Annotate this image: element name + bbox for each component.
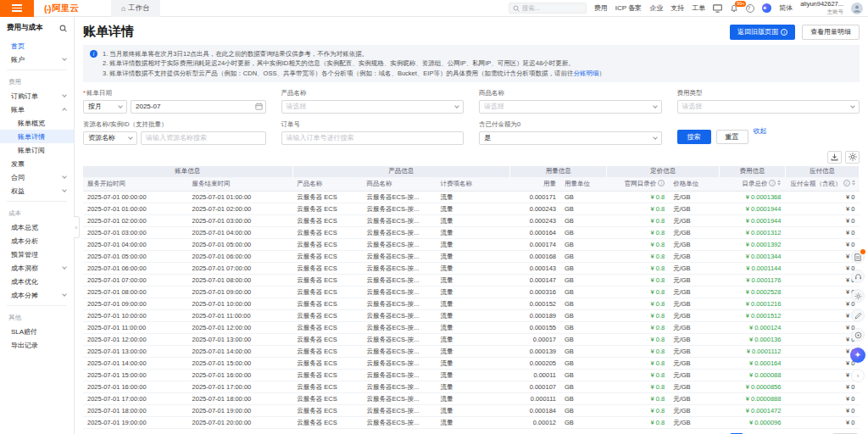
menu-item-enterprise[interactable]: 企业 (649, 3, 663, 13)
account-info[interactable]: aliyun942627... 主账号 (800, 1, 843, 14)
menu-item-fee[interactable]: 费用 (594, 3, 608, 13)
sidebar-item[interactable]: 导出记录 (0, 338, 74, 352)
table-cell: GB (560, 251, 607, 263)
sidebar-item[interactable]: 账单 (0, 103, 74, 116)
bill-date-input[interactable] (131, 100, 266, 114)
table-cell: 2025-07-01 16:00:00 (188, 370, 293, 381)
sidebar-section-label: 其他 (0, 309, 74, 325)
sidebar-item[interactable]: 成本总览 (0, 220, 74, 234)
sidebar-item[interactable]: 预算管理 (0, 248, 74, 261)
column-header[interactable]: 目录总价i (720, 177, 786, 192)
info-icon: i (658, 180, 665, 186)
menu-item-ticket[interactable]: 工单 (692, 3, 705, 13)
table-cell: 0.000243 (509, 215, 560, 227)
column-settings-button[interactable] (845, 151, 860, 164)
collapse-filters-link[interactable]: 收起 (754, 126, 767, 136)
sidebar-item[interactable]: 成本优化 (0, 275, 74, 288)
menu-item-icp[interactable]: ICP 备案 (615, 3, 642, 13)
table-cell: ¥ 0 (785, 287, 859, 298)
table-cell: 云服务器 ECS (292, 215, 362, 227)
ai-assistant-float-icon[interactable]: ✦ (850, 348, 865, 363)
table-cell: 云服务器ECS-按... (363, 417, 437, 429)
export-download-button[interactable] (827, 151, 842, 164)
table-cell: 2025-07-01 20:00:00 (188, 417, 293, 429)
table-cell: 2025-07-01 15:00:00 (188, 358, 293, 370)
resource-mode-select[interactable]: 资源名称 (83, 131, 137, 145)
order-number-input[interactable] (281, 131, 465, 145)
table-row: 2025-07-01 01:00:002025-07-01 02:00:00云服… (83, 203, 860, 215)
commodity-name-select[interactable]: 请选择 (479, 100, 662, 114)
notification-bell-icon[interactable]: 99+ (730, 4, 738, 13)
table-cell: 2025-07-01 03:00:00 (188, 215, 293, 227)
table-cell: GB (560, 275, 607, 287)
global-search-input[interactable]: 搜索... (509, 3, 587, 14)
table-cell: 云服务器ECS-按... (363, 334, 437, 346)
column-group-header: 费用信息 (720, 166, 786, 177)
language-switch[interactable]: 简体 (779, 3, 793, 13)
aliyun-logo[interactable]: (-) 阿里云 (44, 3, 79, 14)
feedback-pencil-icon[interactable] (851, 309, 865, 322)
avatar[interactable] (851, 3, 863, 14)
table-cell: GB (560, 239, 607, 251)
sidebar-item[interactable]: 权益 (0, 184, 74, 198)
console-icon[interactable] (713, 4, 722, 13)
sidebar-item[interactable]: 成本洞察 (0, 261, 74, 275)
sidebar-item[interactable]: 账单详情 (0, 130, 74, 143)
sidebar-item[interactable]: 成本分析 (0, 234, 74, 248)
hamburger-menu-icon[interactable] (0, 0, 34, 17)
search-button[interactable]: 搜索 (677, 130, 711, 144)
info-icon: i (843, 180, 850, 186)
view-usage-detail-button[interactable]: 查看用量明细 (802, 25, 860, 40)
sidebar-item[interactable]: 成本分摊 (0, 288, 74, 302)
table-cell: 云服务器 ECS (292, 239, 362, 251)
sidebar-item[interactable]: 账单订阅 (0, 143, 74, 157)
back-to-old-version-button[interactable]: 返回旧版页面i (730, 25, 795, 40)
table-group-row: 账单信息产品信息用量信息定价信息费用信息应付信息 (83, 166, 860, 177)
sidebar-search-icon[interactable] (59, 25, 67, 32)
table-cell: ¥ 0.0001944 (720, 215, 786, 227)
table-cell: ¥ 0.8 (607, 239, 669, 251)
docs-icon[interactable] (851, 250, 865, 264)
sort-icon[interactable] (852, 180, 855, 186)
table-cell: ¥ 0.0001512 (720, 310, 786, 322)
table-cell: 元/GB (669, 405, 720, 417)
bill-date-mode-select[interactable]: 按月 (83, 100, 127, 114)
sidebar-item[interactable]: 合同 (0, 170, 74, 184)
split-bill-detail-link[interactable]: 分账明细 (573, 70, 598, 77)
table-cell: ¥ 0.8 (607, 417, 669, 429)
sidebar-item[interactable]: SLA赔付 (0, 325, 74, 338)
collapse-toolbar-icon[interactable]: › (851, 369, 865, 382)
resource-name-input[interactable] (141, 131, 266, 145)
table-cell: 0.00011 (509, 370, 560, 381)
table-cell: 2025-07-01 04:00:00 (188, 227, 293, 239)
table-cell: 0.000174 (509, 239, 560, 251)
table-cell: 流量 (437, 393, 510, 405)
paid-zero-select[interactable]: 是 (479, 131, 662, 145)
column-header[interactable]: 应付金额（含税）i (785, 177, 859, 192)
info-icon: i (90, 50, 97, 58)
settings-icon[interactable] (851, 289, 865, 303)
sidebar-item[interactable]: 账户 (0, 53, 74, 66)
sidebar-item[interactable]: 首页 (0, 39, 74, 53)
paid-zero-label: 含已付金额为0 (479, 120, 662, 129)
table-cell: ¥ 0 (785, 358, 859, 370)
sidebar-item[interactable]: 发票 (0, 157, 74, 170)
sort-icon[interactable] (777, 180, 781, 186)
menu-item-support[interactable]: 支持 (670, 3, 684, 13)
guide-target-icon[interactable] (851, 328, 865, 342)
customer-service-icon[interactable] (851, 270, 865, 283)
sidebar-item[interactable]: 订购订单 (0, 89, 74, 103)
fee-type-select[interactable]: 请选择 (677, 100, 860, 114)
product-name-select[interactable]: 请选择 (281, 100, 465, 114)
workspace-tab[interactable]: ⌂ 工作台 (111, 0, 160, 17)
ai-assistant-icon[interactable]: ✦ (762, 3, 771, 13)
reset-button[interactable]: 重置 (716, 130, 748, 144)
sidebar-nav: 首页账户费用订购订单账单账单概览账单详情账单订阅发票合同权益成本成本总览成本分析… (0, 39, 74, 352)
notice-banner: i 1. 当月最终账单将在次月3日12点出具，在此之前的数据查询结果仅供参考，不… (83, 45, 860, 82)
search-icon (513, 5, 520, 12)
sidebar-collapse-handle[interactable]: ‹ (74, 216, 80, 238)
column-header: 商品名称 (363, 177, 437, 192)
column-header: 服务结束时间 (188, 177, 293, 192)
sidebar-item[interactable]: 账单概览 (0, 116, 74, 130)
help-icon[interactable]: ? (746, 4, 754, 13)
